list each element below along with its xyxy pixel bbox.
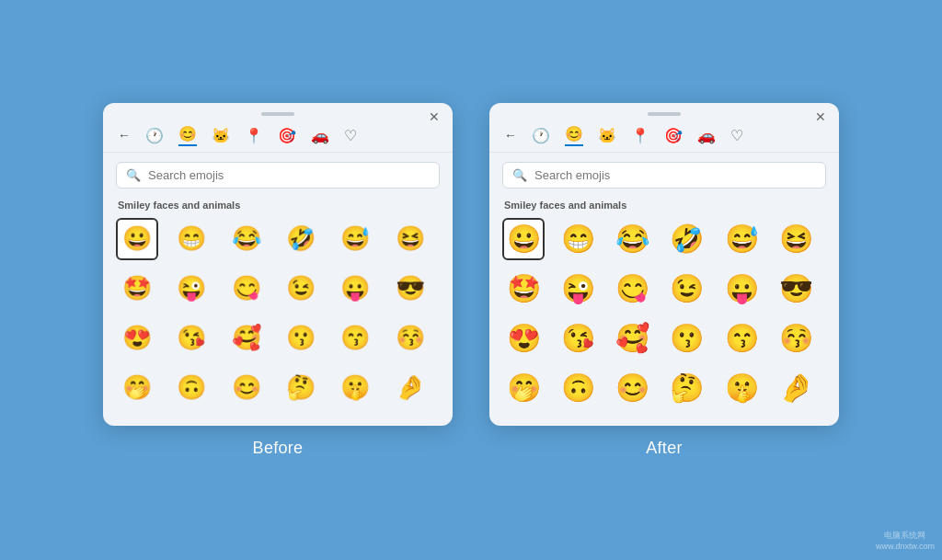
watermark-line2: www.dnxtw.com — [876, 541, 935, 553]
before-label: Before — [253, 439, 304, 458]
search-icon: 🔍 — [126, 168, 141, 182]
emoji-cell[interactable]: 😍 — [116, 317, 158, 360]
after-search-bar[interactable]: 🔍 — [502, 162, 826, 189]
emoji-cell[interactable]: 🤔 — [666, 367, 708, 409]
location-icon[interactable]: 📍 — [631, 127, 649, 144]
emoji-cell[interactable]: 😂 — [225, 218, 268, 260]
search-input[interactable] — [148, 168, 430, 182]
game-icon[interactable]: 🎯 — [278, 127, 296, 144]
before-emoji-grid-row1: 😀 😁 😂 🤣 😅 😆 — [103, 214, 453, 264]
before-search-bar[interactable]: 🔍 — [116, 162, 440, 189]
travel-icon[interactable]: 🚗 — [697, 127, 716, 144]
emoji-cell[interactable]: 🤣 — [666, 218, 708, 260]
emoji-cell[interactable]: 😉 — [666, 268, 708, 310]
emoji-cell[interactable]: 😘 — [557, 317, 599, 360]
before-emoji-panel: ✕ ← 🕐 😊 🐱 📍 🎯 🚗 ♡ 🔍 Smiley faces and ani… — [103, 103, 453, 426]
emoji-cell[interactable]: 😎 — [389, 268, 431, 310]
emoji-cell[interactable]: 😋 — [612, 268, 654, 310]
emoji-cell[interactable]: 🙃 — [170, 367, 213, 409]
search-icon: 🔍 — [512, 168, 527, 182]
before-titlebar: ✕ — [103, 103, 453, 121]
emoji-cell[interactable]: 🤭 — [502, 367, 545, 409]
after-panel-wrapper: ✕ ← 🕐 😊 🐱 📍 🎯 🚗 ♡ 🔍 Smiley faces and ani… — [489, 103, 839, 458]
emoji-cell[interactable]: 😜 — [557, 268, 599, 310]
after-nav-bar: ← 🕐 😊 🐱 📍 🎯 🚗 ♡ — [489, 121, 839, 153]
emoji-cell[interactable]: 😙 — [720, 317, 763, 360]
emoji-cell[interactable]: 😜 — [170, 268, 213, 310]
emoji-cell[interactable]: 😗 — [280, 317, 322, 360]
emoji-cell[interactable]: 🤩 — [116, 268, 158, 310]
emoji-cell[interactable]: 😛 — [720, 268, 763, 310]
emoji-cell[interactable]: 😆 — [775, 218, 818, 260]
back-icon[interactable]: ← — [118, 128, 131, 143]
location-icon[interactable]: 📍 — [245, 127, 263, 144]
emoji-cell[interactable]: 🥰 — [612, 317, 654, 360]
animal-icon[interactable]: 🐱 — [212, 127, 230, 144]
emoji-cell[interactable]: 😀 — [502, 218, 545, 260]
emoji-cell[interactable]: 🤣 — [280, 218, 322, 260]
emoji-cell[interactable]: 😗 — [666, 317, 708, 360]
watermark-line1: 电脑系统网 — [876, 530, 935, 542]
before-emoji-grid-row3: 😍 😘 🥰 😗 😙 😚 — [103, 314, 453, 363]
close-button[interactable]: ✕ — [429, 110, 440, 123]
emoji-cell[interactable]: 😅 — [334, 218, 376, 260]
after-category-label: Smiley faces and animals — [489, 194, 839, 214]
emoji-cell[interactable]: 🤫 — [720, 367, 763, 409]
titlebar-drag — [648, 112, 681, 116]
after-emoji-panel: ✕ ← 🕐 😊 🐱 📍 🎯 🚗 ♡ 🔍 Smiley faces and ani… — [489, 103, 839, 426]
after-emoji-grid-row1: 😀 😁 😂 🤣 😅 😆 — [489, 214, 839, 264]
emoji-cell[interactable]: 🤩 — [502, 268, 545, 310]
emoji-cell[interactable]: 😚 — [389, 317, 431, 360]
emoji-cell[interactable]: 😁 — [557, 218, 599, 260]
emoji-cell[interactable]: 😎 — [775, 268, 818, 310]
emoji-cell[interactable]: 😋 — [225, 268, 268, 310]
recent-icon[interactable]: 🕐 — [532, 127, 550, 144]
heart-icon[interactable]: ♡ — [344, 127, 357, 144]
back-icon[interactable]: ← — [504, 128, 517, 143]
emoji-cell[interactable]: 🤔 — [280, 367, 322, 409]
before-emoji-grid-row2: 🤩 😜 😋 😉 😛 😎 — [103, 264, 453, 314]
emoji-cell[interactable]: 🤌 — [775, 367, 818, 409]
emoji-cell[interactable]: 😁 — [170, 218, 213, 260]
watermark: 电脑系统网 www.dnxtw.com — [876, 530, 935, 553]
emoji-cell[interactable]: 😊 — [225, 367, 268, 409]
after-emoji-grid-row3: 😍 😘 🥰 😗 😙 😚 — [489, 314, 839, 363]
before-emoji-grid-row4: 🤭 🙃 😊 🤔 🤫 🤌 — [103, 363, 453, 413]
smiley-icon[interactable]: 😊 — [178, 125, 197, 146]
emoji-cell[interactable]: 😂 — [612, 218, 654, 260]
emoji-cell[interactable]: 😉 — [280, 268, 322, 310]
emoji-cell[interactable]: 🥰 — [225, 317, 268, 360]
panels-row: ✕ ← 🕐 😊 🐱 📍 🎯 🚗 ♡ 🔍 Smiley faces and ani… — [103, 103, 839, 458]
after-titlebar: ✕ — [489, 103, 839, 121]
before-panel-wrapper: ✕ ← 🕐 😊 🐱 📍 🎯 🚗 ♡ 🔍 Smiley faces and ani… — [103, 103, 453, 458]
smiley-icon[interactable]: 😊 — [565, 125, 583, 146]
game-icon[interactable]: 🎯 — [664, 127, 683, 144]
close-button[interactable]: ✕ — [815, 110, 826, 123]
heart-icon[interactable]: ♡ — [730, 127, 743, 144]
emoji-cell[interactable]: 😍 — [502, 317, 545, 360]
emoji-cell[interactable]: 😚 — [775, 317, 818, 360]
after-label: After — [646, 439, 683, 458]
emoji-cell[interactable]: 🙃 — [557, 367, 599, 409]
emoji-cell[interactable]: 😘 — [170, 317, 213, 360]
emoji-cell[interactable]: 😛 — [334, 268, 376, 310]
emoji-cell[interactable]: 😀 — [116, 218, 158, 260]
search-input[interactable] — [534, 168, 816, 182]
titlebar-drag — [261, 112, 294, 116]
emoji-cell[interactable]: 😙 — [334, 317, 376, 360]
after-emoji-grid-row2: 🤩 😜 😋 😉 😛 😎 — [489, 264, 839, 314]
recent-icon[interactable]: 🕐 — [145, 127, 164, 144]
emoji-cell[interactable]: 🤭 — [116, 367, 158, 409]
after-emoji-grid-row4: 🤭 🙃 😊 🤔 🤫 🤌 — [489, 363, 839, 413]
emoji-cell[interactable]: 🤫 — [334, 367, 376, 409]
animal-icon[interactable]: 🐱 — [598, 127, 616, 144]
before-nav-bar: ← 🕐 😊 🐱 📍 🎯 🚗 ♡ — [103, 121, 453, 153]
travel-icon[interactable]: 🚗 — [311, 127, 329, 144]
emoji-cell[interactable]: 🤌 — [389, 367, 431, 409]
before-category-label: Smiley faces and animals — [103, 194, 453, 214]
emoji-cell[interactable]: 😅 — [720, 218, 763, 260]
emoji-cell[interactable]: 😊 — [612, 367, 654, 409]
emoji-cell[interactable]: 😆 — [389, 218, 431, 260]
